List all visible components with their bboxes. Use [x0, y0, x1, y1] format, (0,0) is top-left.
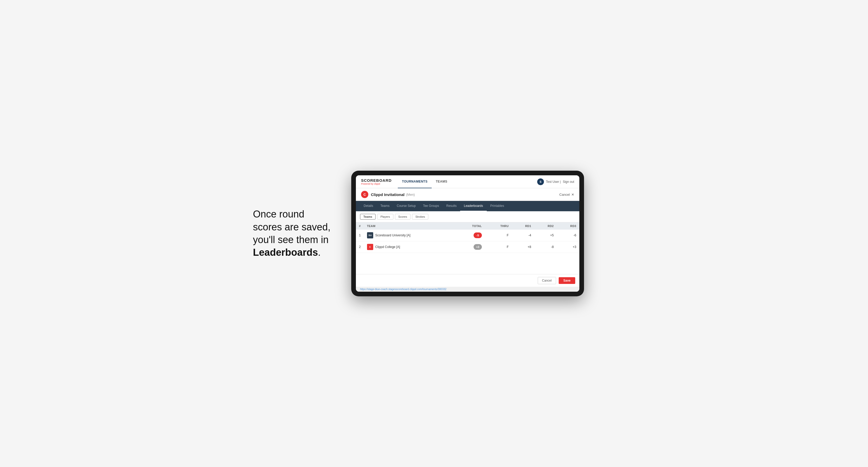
save-button[interactable]: Save — [559, 277, 575, 284]
table-row: 2 C Clippd College [A] +3 F — [356, 241, 579, 253]
url-bar: https://stage-blue-coach.stagesscoreboar… — [356, 287, 579, 292]
row1-team: SU Scoreboard University [A] — [364, 229, 456, 241]
sign-out-link[interactable]: Sign out — [563, 180, 574, 184]
team1-logo: SU — [367, 232, 373, 239]
col-rd1: RD1 — [512, 222, 534, 229]
row2-rank: 2 — [356, 241, 364, 253]
team2-logo: C — [367, 244, 373, 250]
row2-score-badge: +3 — [473, 244, 482, 250]
row2-rd2: -8 — [534, 241, 557, 253]
tab-results[interactable]: Results — [442, 201, 460, 211]
logo-title: SCOREBOARD — [361, 178, 392, 183]
row1-rd1: -4 — [512, 229, 534, 241]
close-icon: ✕ — [571, 193, 574, 196]
tournament-header: C Clippd Invitational (Men) Cancel ✕ — [356, 188, 579, 201]
logo-area: SCOREBOARD Powered by clippd — [361, 178, 392, 185]
team-name-cell: SU Scoreboard University [A] — [367, 232, 452, 239]
cancel-top-button[interactable]: Cancel ✕ — [559, 193, 574, 196]
row2-team: C Clippd College [A] — [364, 241, 456, 253]
top-nav: SCOREBOARD Powered by clippd TOURNAMENTS… — [356, 175, 579, 188]
col-rd3: RD3 — [557, 222, 579, 229]
col-total: TOTAL — [456, 222, 485, 229]
cancel-button[interactable]: Cancel — [538, 277, 556, 284]
sidebar-text-main: Once round scores are saved, you'll see … — [253, 209, 331, 245]
row1-score-badge: -5 — [473, 232, 482, 238]
filter-teams-button[interactable]: Teams — [360, 214, 376, 220]
row2-total: +3 — [456, 241, 485, 253]
bottom-bar: Cancel Save — [356, 274, 579, 287]
tournament-type: (Men) — [406, 193, 415, 196]
tab-tee-groups[interactable]: Tee Groups — [419, 201, 442, 211]
tab-printables[interactable]: Printables — [487, 201, 508, 211]
row2-rd1: +8 — [512, 241, 534, 253]
col-rd2: RD2 — [534, 222, 557, 229]
tab-course-setup[interactable]: Course Setup — [393, 201, 419, 211]
tablet-device: SCOREBOARD Powered by clippd TOURNAMENTS… — [351, 171, 584, 296]
col-team: TEAM — [364, 222, 456, 229]
page-wrapper: Once round scores are saved, you'll see … — [253, 171, 615, 296]
filter-strokes-button[interactable]: Strokes — [412, 214, 428, 220]
user-avatar: S — [537, 179, 544, 185]
row1-thru: F — [485, 229, 512, 241]
row2-rd3: +3 — [557, 241, 579, 253]
nav-link-teams[interactable]: TEAMS — [432, 175, 452, 188]
nav-links: TOURNAMENTS TEAMS — [398, 175, 537, 188]
filter-players-button[interactable]: Players — [377, 214, 393, 220]
nav-right: S Test User | Sign out — [537, 179, 574, 185]
nav-link-tournaments[interactable]: TOURNAMENTS — [398, 175, 432, 188]
filter-row: Teams Players Scores Strokes — [356, 211, 579, 222]
team1-name: Scoreboard University [A] — [375, 234, 410, 237]
user-name: Test User | — [546, 180, 561, 184]
logo-subtitle: Powered by clippd — [361, 183, 392, 185]
leaderboard-table: # TEAM TOTAL THRU RD1 RD2 RD3 1 — [356, 222, 579, 253]
tournament-name: Clippd Invitational — [371, 192, 404, 197]
tab-details[interactable]: Details — [360, 201, 377, 211]
team-name-cell-2: C Clippd College [A] — [367, 244, 452, 250]
table-row: 1 SU Scoreboard University [A] -5 F — [356, 229, 579, 241]
table-header-row: # TEAM TOTAL THRU RD1 RD2 RD3 — [356, 222, 579, 229]
tab-leaderboards[interactable]: Leaderboards — [460, 201, 487, 211]
sidebar-text-bold: Leaderboards — [253, 247, 318, 258]
tournament-icon: C — [361, 191, 368, 198]
filter-scores-button[interactable]: Scores — [395, 214, 410, 220]
sub-nav: Details Teams Course Setup Tee Groups Re… — [356, 201, 579, 211]
row1-total: -5 — [456, 229, 485, 241]
team2-name: Clippd College [A] — [375, 245, 400, 249]
row1-rank: 1 — [356, 229, 364, 241]
tab-teams[interactable]: Teams — [377, 201, 393, 211]
row1-rd2: +5 — [534, 229, 557, 241]
col-rank: # — [356, 222, 364, 229]
tablet-screen: SCOREBOARD Powered by clippd TOURNAMENTS… — [356, 175, 579, 292]
row2-thru: F — [485, 241, 512, 253]
col-thru: THRU — [485, 222, 512, 229]
content-area: # TEAM TOTAL THRU RD1 RD2 RD3 1 — [356, 222, 579, 274]
row1-rd3: -6 — [557, 229, 579, 241]
sidebar-description: Once round scores are saved, you'll see … — [253, 208, 336, 259]
sidebar-text-suffix: . — [318, 247, 321, 258]
